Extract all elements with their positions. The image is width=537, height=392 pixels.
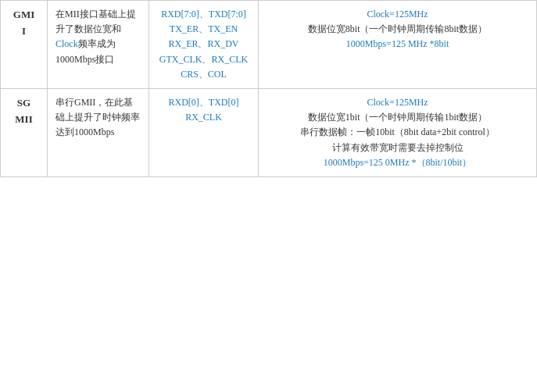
clock-freq-sgmii: Clock=125MHz xyxy=(367,97,428,108)
row-info-sgmii: Clock=125MHz 数据位宽1bit（一个时钟周期传输1bit数据） 串行… xyxy=(259,88,537,176)
speed-calc-gmii: 1000Mbps=125 MHz *8bit xyxy=(346,38,449,49)
row-name-gmii: GMII xyxy=(1,1,48,89)
row-desc-gmii: 在MII接口基础上提升了数据位宽和Clock频率成为1000Mbps接口 xyxy=(48,1,149,89)
signal-gtx-clk: GTX_CLK、RX_CLK xyxy=(159,54,248,65)
bandwidth-note-sgmii: 计算有效带宽时需要去掉控制位 xyxy=(332,142,464,153)
table-row: GMII 在MII接口基础上提升了数据位宽和Clock频率成为1000Mbps接… xyxy=(1,1,537,89)
main-table: GMII 在MII接口基础上提升了数据位宽和Clock频率成为1000Mbps接… xyxy=(0,0,537,177)
signal-rxd-txd: RXD[7:0]、TXD[7:0] xyxy=(161,9,246,20)
signal-crs-col: CRS、COL xyxy=(181,69,227,80)
speed-calc-sgmii: 1000Mbps=125 0MHz *（8bit/10bit） xyxy=(324,157,471,168)
table-row-sgmii: SGMII 串行GMII，在此基础上提升了时钟频率达到1000Mbps RXD[… xyxy=(1,88,537,176)
row-name-sgmii: SGMII xyxy=(1,88,48,176)
data-width-gmii: 数据位宽8bit（一个时钟周期传输8bit数据） xyxy=(308,23,487,34)
clock-label-gmii: Clock xyxy=(55,38,78,49)
data-width-sgmii: 数据位宽1bit（一个时钟周期传输1bit数据） xyxy=(308,112,487,123)
signal-tx-er-en: TX_ER、TX_EN xyxy=(170,23,238,34)
row-signals-gmii: RXD[7:0]、TXD[7:0] TX_ER、TX_EN RX_ER、RX_D… xyxy=(149,1,259,89)
signal-rxd0-txd0: RXD[0]、TXD[0] xyxy=(169,97,239,108)
clock-freq-gmii: Clock=125MHz xyxy=(367,9,428,20)
row-signals-sgmii: RXD[0]、TXD[0] RX_CLK xyxy=(149,88,259,176)
serial-frame-sgmii: 串行数据帧：一帧10bit（8bit data+2bit control） xyxy=(300,127,495,137)
row-desc-sgmii: 串行GMII，在此基础上提升了时钟频率达到1000Mbps xyxy=(48,88,149,176)
row-info-gmii: Clock=125MHz 数据位宽8bit（一个时钟周期传输8bit数据） 10… xyxy=(259,1,537,89)
signal-rx-clk: RX_CLK xyxy=(185,112,222,123)
signal-rx-er-dv: RX_ER、RX_DV xyxy=(168,38,238,49)
